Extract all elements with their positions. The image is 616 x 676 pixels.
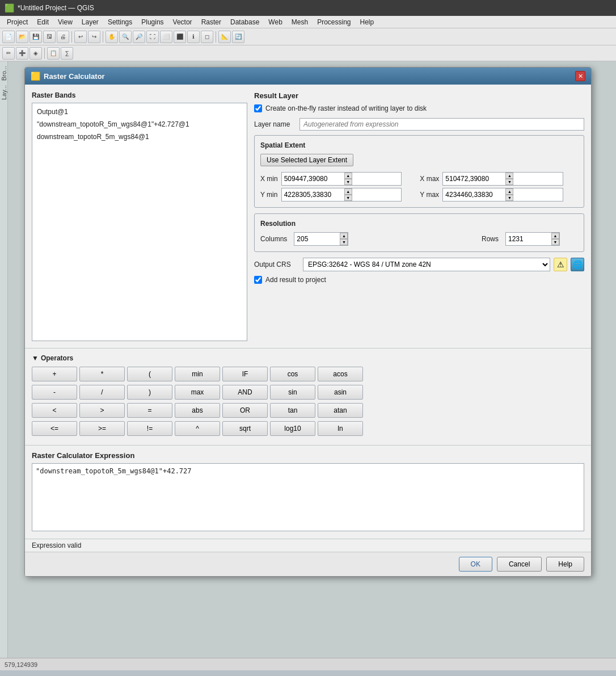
zoom-select-btn[interactable]: ⬛ <box>174 31 186 43</box>
menu-help[interactable]: Help <box>356 17 379 27</box>
zoom-layer-btn[interactable]: ⬜ <box>160 31 172 43</box>
columns-up[interactable]: ▲ <box>340 233 348 239</box>
expression-textarea[interactable]: "downstream_topotoR_5m_wgs84@1"+42.727 <box>32 463 584 531</box>
layer-name-input[interactable] <box>299 118 584 131</box>
x-min-input[interactable] <box>282 173 344 185</box>
rows-down[interactable]: ▼ <box>551 239 559 245</box>
menu-vector[interactable]: Vector <box>168 17 197 27</box>
rows-up[interactable]: ▲ <box>551 233 559 239</box>
use-selected-layer-extent-button[interactable]: Use Selected Layer Extent <box>260 154 353 166</box>
print-btn[interactable]: 🖨 <box>57 31 69 43</box>
identify-btn[interactable]: ℹ <box>187 31 200 43</box>
menu-mesh[interactable]: Mesh <box>287 17 313 27</box>
menu-raster[interactable]: Raster <box>197 17 226 27</box>
op-minus[interactable]: - <box>32 385 77 400</box>
op-close-paren[interactable]: ) <box>127 385 172 400</box>
select-btn[interactable]: ◻ <box>201 31 213 43</box>
menu-view[interactable]: View <box>53 17 77 27</box>
x-max-input[interactable] <box>443 173 505 185</box>
op-ln[interactable]: ln <box>318 421 363 436</box>
op-neq[interactable]: != <box>127 421 172 436</box>
rows-input[interactable] <box>506 233 551 245</box>
x-max-up[interactable]: ▲ <box>505 173 513 179</box>
y-min-input[interactable] <box>282 188 344 201</box>
y-min-down[interactable]: ▼ <box>344 195 352 201</box>
op-and[interactable]: AND <box>222 385 268 400</box>
op-sqrt[interactable]: sqrt <box>222 421 268 436</box>
op-if[interactable]: IF <box>222 367 268 381</box>
cancel-button[interactable]: Cancel <box>497 557 542 572</box>
add-feature-btn[interactable]: ➕ <box>16 47 28 60</box>
zoom-in-btn[interactable]: 🔍 <box>119 31 132 43</box>
op-min[interactable]: min <box>175 367 220 381</box>
pan-btn[interactable]: ✋ <box>106 31 118 43</box>
dialog-close-button[interactable]: ✕ <box>575 71 585 81</box>
field-calc-btn[interactable]: ∑ <box>61 47 73 60</box>
attr-table-btn[interactable]: 📋 <box>47 47 60 60</box>
y-min-up[interactable]: ▲ <box>344 188 352 195</box>
menu-settings[interactable]: Settings <box>103 17 137 27</box>
on-the-fly-checkbox[interactable] <box>254 104 262 112</box>
crs-globe-button[interactable]: 🌐 <box>571 258 584 271</box>
operators-collapse-icon[interactable]: ▼ <box>32 354 39 362</box>
op-eq[interactable]: = <box>127 403 172 418</box>
output-crs-select[interactable]: EPSG:32642 - WGS 84 / UTM zone 42N <box>303 258 550 271</box>
op-max[interactable]: max <box>175 385 220 400</box>
digitize-btn[interactable]: ✏ <box>2 47 15 60</box>
x-min-spinner: ▲ ▼ <box>344 173 352 185</box>
op-sin[interactable]: sin <box>270 385 315 400</box>
open-project-btn[interactable]: 📂 <box>16 31 28 43</box>
menu-database[interactable]: Database <box>226 17 264 27</box>
menu-project[interactable]: Project <box>2 17 32 27</box>
band-item-1[interactable]: "downstream_topotoR_5m_wgs84@1"+42.727@1 <box>35 118 244 131</box>
columns-input[interactable] <box>294 233 340 245</box>
zoom-full-btn[interactable]: ⛶ <box>146 31 159 43</box>
help-button[interactable]: Help <box>546 557 584 572</box>
op-gt[interactable]: > <box>79 403 125 418</box>
op-tan[interactable]: tan <box>270 403 315 418</box>
op-atan[interactable]: atan <box>318 403 363 418</box>
x-max-down[interactable]: ▼ <box>505 179 513 185</box>
menu-layer[interactable]: Layer <box>77 17 103 27</box>
measure-btn[interactable]: 📐 <box>218 31 231 43</box>
op-abs[interactable]: abs <box>175 403 220 418</box>
x-min-down[interactable]: ▼ <box>344 179 352 185</box>
columns-down[interactable]: ▼ <box>340 239 348 245</box>
node-tool-btn[interactable]: ◈ <box>29 47 42 60</box>
op-caret[interactable]: ^ <box>175 421 220 436</box>
y-max-down[interactable]: ▼ <box>505 195 513 201</box>
new-project-btn[interactable]: 📄 <box>2 31 15 43</box>
refresh-btn[interactable]: 🔄 <box>232 31 244 43</box>
redo-btn[interactable]: ↪ <box>88 31 100 43</box>
op-cos[interactable]: cos <box>270 367 315 381</box>
raster-bands-list[interactable]: Output@1 "downstream_topotoR_5m_wgs84@1"… <box>32 103 247 341</box>
ok-button[interactable]: OK <box>459 557 492 572</box>
menu-web[interactable]: Web <box>264 17 286 27</box>
crs-warning-button[interactable]: ⚠ <box>554 258 567 271</box>
save-as-btn[interactable]: 🖫 <box>43 31 56 43</box>
op-log10[interactable]: log10 <box>270 421 315 436</box>
add-result-checkbox[interactable] <box>254 276 262 284</box>
band-item-2[interactable]: downstream_topotoR_5m_wgs84@1 <box>35 131 244 143</box>
y-max-input[interactable] <box>443 188 505 201</box>
op-lt[interactable]: < <box>32 403 77 418</box>
op-lte[interactable]: <= <box>32 421 77 436</box>
op-open-paren[interactable]: ( <box>127 367 172 381</box>
op-gte[interactable]: >= <box>79 421 125 436</box>
op-multiply[interactable]: * <box>79 367 125 381</box>
undo-btn[interactable]: ↩ <box>74 31 87 43</box>
x-min-up[interactable]: ▲ <box>344 173 352 179</box>
op-asin[interactable]: asin <box>318 385 363 400</box>
op-or[interactable]: OR <box>222 403 268 418</box>
band-item-0[interactable]: Output@1 <box>35 106 244 118</box>
dialog-overlay: 🟨 Raster Calculator ✕ Raster Bands Outpu… <box>0 61 616 670</box>
menu-plugins[interactable]: Plugins <box>137 17 168 27</box>
menu-processing[interactable]: Processing <box>313 17 355 27</box>
zoom-out-btn[interactable]: 🔎 <box>133 31 145 43</box>
op-plus[interactable]: + <box>32 367 77 381</box>
save-project-btn[interactable]: 💾 <box>29 31 42 43</box>
op-acos[interactable]: acos <box>318 367 363 381</box>
y-max-up[interactable]: ▲ <box>505 188 513 195</box>
op-divide[interactable]: / <box>79 385 125 400</box>
menu-edit[interactable]: Edit <box>32 17 53 27</box>
